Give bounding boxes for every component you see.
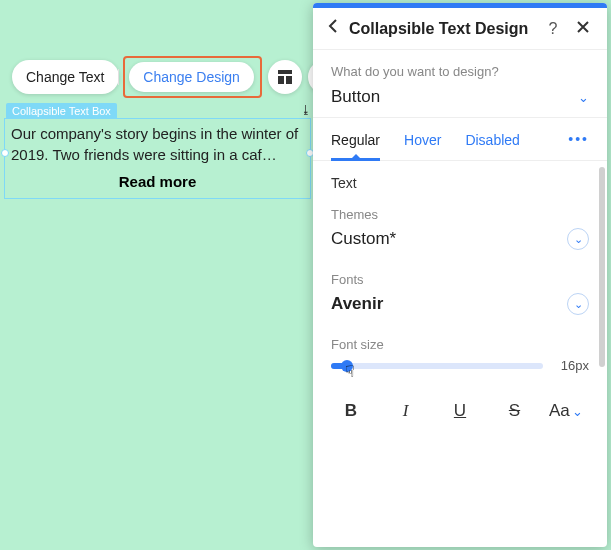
chevron-down-icon: ⌄	[574, 298, 583, 311]
resize-handle-left[interactable]	[1, 149, 9, 157]
font-size-value: 16px	[555, 358, 589, 373]
panel-header: Collapsible Text Design ?	[313, 8, 607, 50]
font-size-field: Font size 16px ☟	[331, 337, 589, 373]
help-button[interactable]: ?	[543, 20, 563, 38]
download-icon: ⭳	[300, 103, 312, 117]
strike-glyph: S	[509, 401, 520, 420]
design-target-value: Button	[331, 87, 380, 107]
back-button[interactable]	[327, 18, 339, 39]
tab-disabled[interactable]: Disabled	[465, 118, 519, 160]
text-group-title: Text	[331, 175, 589, 191]
svg-rect-2	[286, 76, 292, 84]
tab-hover[interactable]: Hover	[404, 118, 441, 160]
scrollbar-thumb[interactable]	[599, 167, 605, 367]
design-target-section: What do you want to design? Button ⌄	[313, 50, 607, 118]
themes-label: Themes	[331, 207, 589, 222]
underline-glyph: U	[454, 401, 466, 420]
text-case-button[interactable]: Aa ⌄	[549, 401, 589, 421]
tabs-more-button[interactable]: •••	[568, 131, 589, 147]
underline-button[interactable]: U	[440, 401, 480, 421]
slider-thumb[interactable]	[341, 360, 353, 372]
element-type-label: Collapsible Text Box	[6, 103, 117, 119]
design-target-dropdown[interactable]: Button ⌄	[331, 87, 589, 107]
tab-regular[interactable]: Regular	[331, 118, 380, 160]
close-icon	[576, 20, 590, 34]
case-glyph: Aa	[549, 401, 570, 421]
themes-field: Themes Custom* ⌄	[331, 207, 589, 250]
change-design-highlight: Change Design	[123, 56, 262, 98]
fonts-field: Fonts Avenir ⌄	[331, 272, 589, 315]
strikethrough-button[interactable]: S	[495, 401, 535, 421]
state-tabs: Regular Hover Disabled •••	[313, 118, 607, 161]
fonts-expand-button[interactable]: ⌄	[567, 293, 589, 315]
design-target-label: What do you want to design?	[331, 64, 589, 79]
fonts-label: Fonts	[331, 272, 589, 287]
scrollbar[interactable]	[599, 167, 605, 541]
layout-icon	[277, 69, 293, 85]
font-size-slider[interactable]	[331, 363, 543, 369]
close-button[interactable]	[573, 20, 593, 38]
toolbar-pill: Change Text	[12, 60, 119, 94]
themes-expand-button[interactable]: ⌄	[567, 228, 589, 250]
design-panel: Collapsible Text Design ? What do you wa…	[313, 3, 607, 547]
font-size-label: Font size	[331, 337, 589, 352]
read-more-button[interactable]: Read more	[5, 167, 310, 198]
svg-rect-0	[278, 70, 292, 74]
bold-button[interactable]: B	[331, 401, 371, 421]
change-text-button[interactable]: Change Text	[12, 69, 119, 85]
panel-scroll-area: Text Themes Custom* ⌄ Fonts Avenir	[313, 161, 607, 547]
chevron-left-icon	[327, 18, 339, 34]
panel-title: Collapsible Text Design	[349, 20, 533, 38]
collapsible-text-box[interactable]: ⭳ Our company's story begins in the wint…	[4, 118, 311, 199]
themes-value: Custom*	[331, 229, 396, 249]
text-format-row: B I U S Aa ⌄	[331, 395, 589, 421]
italic-button[interactable]: I	[386, 401, 426, 421]
layout-icon-button[interactable]	[268, 60, 302, 94]
chevron-down-icon: ⌄	[578, 90, 589, 105]
element-toolbar: Change Text Change Design	[12, 56, 342, 98]
svg-rect-1	[278, 76, 284, 84]
editor-canvas: Change Text Change Design Collapsible Te…	[0, 0, 611, 550]
chevron-down-icon: ⌄	[572, 404, 583, 419]
collapsible-text-content: Our company's story begins in the winter…	[5, 119, 310, 167]
change-design-button[interactable]: Change Design	[129, 62, 254, 92]
chevron-down-icon: ⌄	[574, 233, 583, 246]
fonts-value: Avenir	[331, 294, 383, 314]
